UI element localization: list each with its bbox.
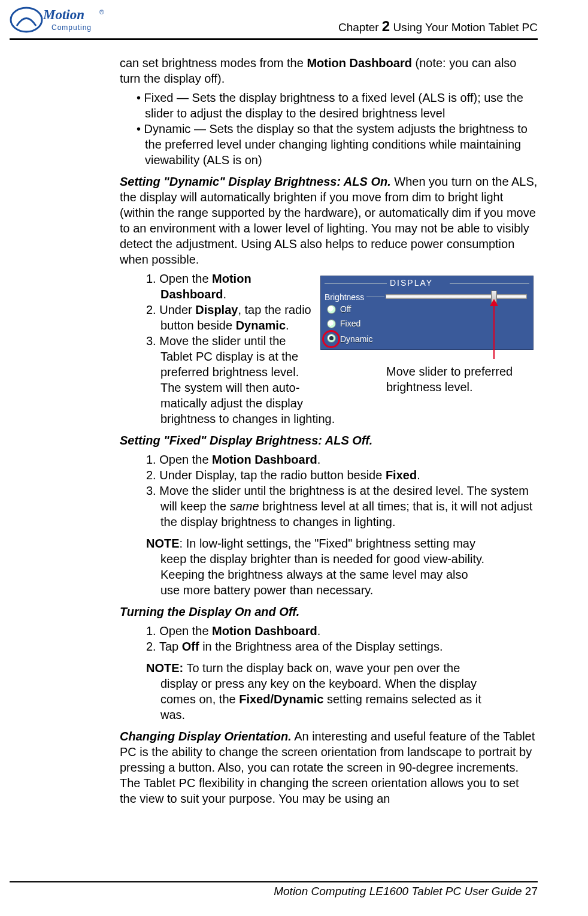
intro-paragraph: can set brightness modes from the Motion… [120,55,538,86]
fixed-section-heading: Setting "Fixed" Display Brightness: ALS … [120,434,372,447]
onoff-section-heading: Turning the Display On and Off. [120,605,299,618]
radio-off[interactable] [327,305,336,314]
onoff-step-2: 2. Tap Off in the Brightness area of the… [146,639,538,654]
fixed-note: NOTE: In low-light settings, the "Fixed"… [146,536,538,598]
radio-off-label: Off [340,304,351,315]
radio-fixed[interactable] [327,319,336,328]
onoff-steps: 1. Open the Motion Dashboard. 2. Tap Off… [120,623,538,722]
bullet-dynamic: Dynamic — Sets the display so that the s… [137,121,538,168]
chapter-title: Using Your Motion Tablet PC [390,21,538,34]
dynamic-section-paragraph: Setting "Dynamic" Display Brightness: AL… [120,174,538,267]
svg-text:Computing: Computing [51,23,92,32]
figure-caption: Move slider to preferred brightness leve… [386,364,538,395]
brightness-label: Brightness [325,292,364,303]
radio-fixed-label: Fixed [340,318,360,329]
fixed-section-heading-p: Setting "Fixed" Display Brightness: ALS … [120,433,538,448]
brightness-mode-bullets: Fixed — Sets the display brightness to a… [120,90,538,168]
bullet-fixed: Fixed — Sets the display brightness to a… [137,90,538,121]
brightness-slider[interactable] [386,294,527,299]
fixed-steps: 1. Open the Motion Dashboard. 2. Under D… [120,452,538,598]
dynamic-section-heading: Setting "Dynamic" Display Brightness: AL… [120,175,391,188]
annotation-arrow-head [490,299,498,306]
radio-dynamic-label: Dynamic [340,334,372,344]
orientation-section-paragraph: Changing Display Orientation. An interes… [120,728,538,806]
annotation-circle [322,330,340,348]
page-header: Motion ® Computing Chapter 2 Using Your … [10,5,538,40]
orientation-section-heading: Changing Display Orientation. [120,730,292,743]
annotation-arrow [493,304,495,359]
chapter-label: Chapter [338,21,382,34]
fixed-step-1: 1. Open the Motion Dashboard. [146,452,538,467]
footer-rule [10,881,538,882]
onoff-step-1: 1. Open the Motion Dashboard. [146,623,538,639]
panel-title: DISPLAY [390,277,433,288]
chapter-number: 2 [382,18,390,34]
header-rule [10,38,538,40]
chapter-heading: Chapter 2 Using Your Motion Tablet PC [338,17,538,35]
svg-text:®: ® [99,9,104,16]
motion-computing-logo: Motion ® Computing [10,5,111,38]
svg-point-0 [11,8,42,32]
display-panel-figure: DISPLAY Brightness Off Fixed Dynamic Mov… [320,276,538,395]
fixed-step-2: 2. Under Display, tap the radio button b… [146,467,538,483]
footer-text: Motion Computing LE1600 Tablet PC User G… [274,884,538,899]
onoff-section-heading-p: Turning the Display On and Off. [120,604,538,619]
fixed-step-3: 3. Move the slider until the brightness … [146,483,538,530]
svg-text:Motion: Motion [43,7,84,22]
onoff-note: NOTE: To turn the display back on, wave … [146,660,538,722]
dashboard-display-panel: DISPLAY Brightness Off Fixed Dynamic [320,276,534,350]
